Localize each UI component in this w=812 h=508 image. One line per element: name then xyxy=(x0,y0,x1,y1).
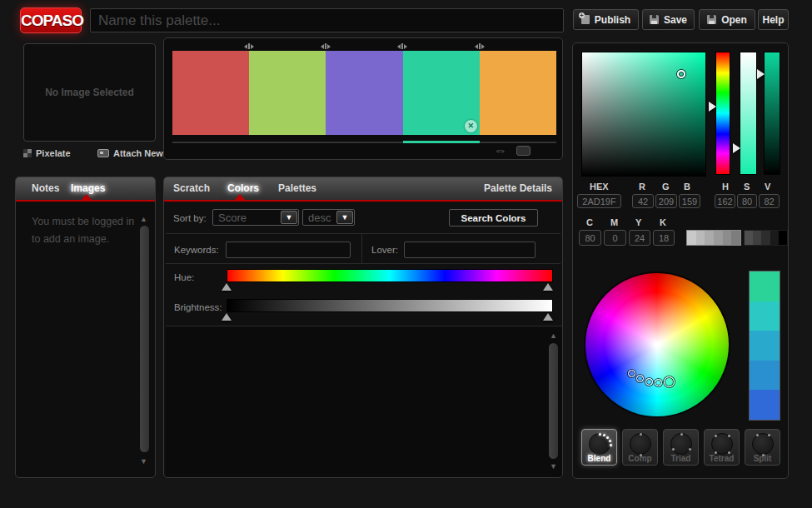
gray-swatch[interactable] xyxy=(745,231,753,245)
palette-swatch-1[interactable] xyxy=(172,51,249,135)
v-field[interactable] xyxy=(759,194,780,208)
brightness-range-slider[interactable] xyxy=(227,299,553,312)
saturation-bar-pointer[interactable] xyxy=(733,143,740,153)
selected-swatch-indicator xyxy=(403,141,480,143)
h-field[interactable] xyxy=(715,194,735,208)
left-scroll-up-icon[interactable]: ▲ xyxy=(140,216,147,223)
left-scrollbar-thumb[interactable] xyxy=(140,226,149,452)
value-vertical-bar[interactable] xyxy=(764,52,780,175)
sv-picker-marker[interactable] xyxy=(677,70,685,78)
swatch-divider-handle-3[interactable] xyxy=(393,42,411,50)
saturation-value-picker[interactable] xyxy=(581,52,706,177)
attach-new-button[interactable]: Attach New xyxy=(97,148,163,158)
harmony-swatch-column xyxy=(749,271,780,421)
triad-button[interactable]: Triad xyxy=(663,429,699,466)
triad-icon xyxy=(670,433,692,455)
r-field[interactable] xyxy=(632,194,654,208)
gray-swatch[interactable] xyxy=(761,231,770,245)
gray-swatch[interactable] xyxy=(705,231,714,245)
gray-swatch[interactable] xyxy=(770,231,779,245)
open-button[interactable]: Open xyxy=(699,9,755,30)
save-button[interactable]: Save xyxy=(642,9,695,30)
palette-name-input[interactable] xyxy=(90,8,564,32)
comp-button[interactable]: Comp xyxy=(622,429,658,466)
column-swatch-5[interactable] xyxy=(750,390,780,420)
wheel-marker-2[interactable] xyxy=(636,375,644,382)
grayscale-swatches-dark xyxy=(744,230,788,246)
swatch-divider-handle-2[interactable] xyxy=(316,42,335,50)
blend-icon xyxy=(589,433,610,455)
y-label: Y xyxy=(635,217,641,227)
search-colors-button[interactable]: Search Colors xyxy=(449,209,538,227)
brightness-slider-handle-min[interactable] xyxy=(222,313,232,321)
hue-bar-pointer[interactable] xyxy=(709,102,716,112)
divider-lover-hue xyxy=(166,263,560,264)
tab-scratch[interactable]: Scratch xyxy=(173,182,210,194)
tab-notes[interactable]: Notes xyxy=(32,182,59,194)
gray-swatch[interactable] xyxy=(779,231,787,245)
comp-label: Comp xyxy=(623,454,657,463)
column-swatch-3[interactable] xyxy=(750,331,780,361)
gray-swatch[interactable] xyxy=(687,231,696,245)
publish-button[interactable]: + Publish xyxy=(573,9,639,30)
gray-swatch[interactable] xyxy=(753,231,761,245)
v-label: V xyxy=(765,182,770,192)
copaso-logo: COPASO xyxy=(20,7,82,33)
tab-colors[interactable]: Colors xyxy=(227,182,259,194)
column-swatch-1[interactable] xyxy=(750,271,780,301)
wheel-marker-4[interactable] xyxy=(655,379,662,386)
open-label: Open xyxy=(721,14,747,26)
tetrad-button[interactable]: Tetrad xyxy=(704,429,740,466)
palette-swatch-5[interactable] xyxy=(480,51,556,135)
keywords-input[interactable] xyxy=(226,242,351,258)
palette-swatch-4-selected[interactable]: ✕ xyxy=(403,51,480,135)
palette-swatch-3[interactable] xyxy=(326,51,402,135)
k-field[interactable] xyxy=(653,230,675,246)
hue-slider-handle-max[interactable] xyxy=(543,283,553,291)
column-swatch-2[interactable] xyxy=(750,301,780,331)
results-scroll-down-icon[interactable]: ▼ xyxy=(550,463,557,471)
b-field[interactable] xyxy=(679,194,700,208)
color-wheel[interactable] xyxy=(584,271,730,418)
results-scroll-up-icon[interactable]: ▲ xyxy=(550,332,557,340)
wheel-marker-1[interactable] xyxy=(628,370,635,377)
fullscreen-preview-icon[interactable] xyxy=(516,146,531,156)
s-field[interactable] xyxy=(737,194,757,208)
m-field[interactable] xyxy=(604,230,626,246)
gray-swatch[interactable] xyxy=(723,231,732,245)
brightness-slider-handle-max[interactable] xyxy=(543,313,553,321)
gray-swatch[interactable] xyxy=(696,231,705,245)
swatch-divider-handle-1[interactable] xyxy=(240,42,258,50)
column-swatch-4[interactable] xyxy=(750,361,780,391)
gray-swatch[interactable] xyxy=(714,231,723,245)
split-button[interactable]: Split xyxy=(745,429,780,466)
help-button[interactable]: Help xyxy=(758,9,789,30)
hex-field[interactable] xyxy=(577,194,621,208)
sort-field-select[interactable]: Score ▼ xyxy=(212,209,299,226)
wheel-marker-3[interactable] xyxy=(645,378,653,386)
blend-button[interactable]: Blend xyxy=(581,429,617,466)
g-field[interactable] xyxy=(655,194,677,208)
c-field[interactable] xyxy=(579,230,601,246)
tab-palettes[interactable]: Palettes xyxy=(278,182,316,194)
hue-vertical-bar[interactable] xyxy=(715,52,730,175)
sort-dir-select[interactable]: desc ▼ xyxy=(302,209,355,226)
pixelate-button[interactable]: Pixelate xyxy=(23,148,71,158)
results-scrollbar-thumb[interactable] xyxy=(549,343,558,459)
comp-icon xyxy=(630,433,651,455)
value-bar-pointer[interactable] xyxy=(757,69,765,79)
remove-swatch-icon[interactable]: ✕ xyxy=(465,120,477,132)
reorder-arrows-icon[interactable]: ⇔ xyxy=(494,144,507,157)
wheel-marker-selected[interactable] xyxy=(664,376,675,387)
y-field[interactable] xyxy=(629,230,650,246)
gray-swatch[interactable] xyxy=(731,231,740,245)
palette-swatch-2[interactable] xyxy=(249,51,326,135)
hue-range-slider[interactable] xyxy=(227,269,553,282)
saturation-vertical-bar[interactable] xyxy=(740,52,757,175)
lover-input[interactable] xyxy=(404,242,536,258)
tab-images[interactable]: Images xyxy=(71,182,105,194)
hue-slider-handle-min[interactable] xyxy=(222,283,232,291)
search-colors-label: Search Colors xyxy=(461,213,526,223)
left-scroll-down-icon[interactable]: ▼ xyxy=(140,458,147,466)
swatch-divider-handle-4[interactable] xyxy=(471,42,489,50)
